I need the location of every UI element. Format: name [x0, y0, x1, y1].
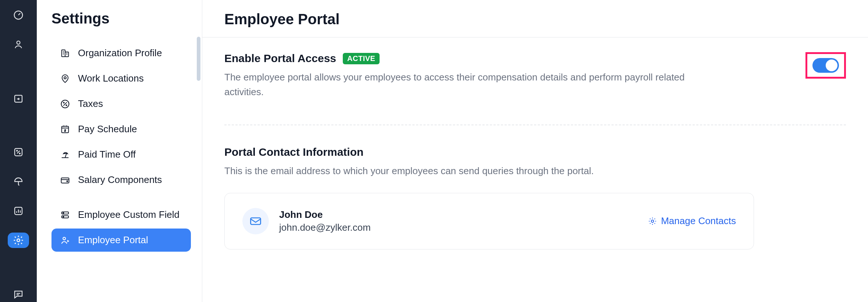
- sidebar-item-paid-time-off[interactable]: Paid Time Off: [51, 143, 191, 166]
- toggle-knob: [826, 60, 837, 71]
- contact-section-description: This is the email address to which your …: [224, 163, 846, 178]
- gauge-icon: [13, 10, 24, 21]
- rail-settings[interactable]: [8, 233, 29, 248]
- manage-contacts-link[interactable]: Manage Contacts: [648, 215, 736, 227]
- percent-box-icon: [13, 147, 24, 158]
- page-body: Enable Portal Access ACTIVE The employee…: [202, 37, 868, 302]
- percent-icon: [60, 98, 71, 109]
- calendar-arrow-icon: [13, 93, 24, 104]
- umbrella-icon: [13, 176, 24, 187]
- svg-point-19: [63, 212, 64, 213]
- mail-icon: [242, 208, 269, 234]
- rail-reports[interactable]: [8, 203, 29, 219]
- sidebar-item-label: Paid Time Off: [78, 149, 136, 160]
- status-badge: ACTIVE: [343, 53, 380, 64]
- sidebar-item-label: Taxes: [78, 98, 103, 109]
- svg-point-13: [66, 105, 67, 105]
- rail-employees[interactable]: [8, 37, 29, 52]
- gear-small-icon: [648, 216, 657, 226]
- enable-portal-toggle[interactable]: [812, 58, 839, 73]
- sidebar-item-label: Employee Custom Field: [78, 209, 179, 220]
- sidebar-item-label: Organization Profile: [78, 47, 162, 59]
- person-icon: [13, 39, 24, 50]
- wallet-icon: [60, 175, 71, 186]
- location-icon: [60, 73, 71, 84]
- enable-portal-section: Enable Portal Access ACTIVE The employee…: [224, 52, 846, 100]
- sidebar-item-label: Pay Schedule: [78, 123, 137, 135]
- enable-portal-toggle-highlight: [805, 52, 846, 79]
- sidebar-item-taxes[interactable]: Taxes: [51, 92, 191, 115]
- contact-name: John Doe: [279, 209, 371, 220]
- svg-point-10: [64, 76, 66, 79]
- svg-point-12: [63, 102, 64, 103]
- app-icon-rail: [0, 0, 37, 302]
- page-title: Employee Portal: [224, 11, 846, 28]
- sidebar-item-work-locations[interactable]: Work Locations: [51, 67, 191, 90]
- svg-point-1: [17, 41, 20, 44]
- page-header: Employee Portal: [202, 0, 868, 37]
- chart-icon: [13, 205, 24, 216]
- rail-payruns[interactable]: [8, 91, 29, 106]
- settings-list: Organization Profile Work Locations Taxe…: [51, 42, 191, 252]
- sidebar-item-label: Salary Components: [78, 174, 162, 186]
- custom-field-icon: [60, 209, 71, 220]
- gear-icon: [13, 235, 24, 246]
- sidebar-item-salary-components[interactable]: Salary Components: [51, 168, 191, 191]
- settings-title: Settings: [51, 10, 191, 27]
- svg-point-23: [651, 220, 654, 223]
- rail-chat[interactable]: [8, 287, 29, 302]
- rail-benefits[interactable]: [8, 174, 29, 189]
- svg-rect-15: [61, 178, 69, 183]
- enable-portal-description: The employee portal allows your employee…: [224, 70, 721, 100]
- sidebar-item-employee-custom-field[interactable]: Employee Custom Field: [51, 203, 191, 226]
- contact-card-left: John Doe john.doe@zylker.com: [242, 208, 371, 234]
- contact-email: john.doe@zylker.com: [279, 222, 371, 233]
- svg-point-16: [67, 181, 68, 182]
- svg-point-7: [17, 239, 20, 242]
- sidebar-scrollbar[interactable]: [197, 37, 200, 81]
- settings-sidebar: Settings Organization Profile Work Locat…: [37, 0, 202, 302]
- main-content: Employee Portal Enable Portal Access ACT…: [202, 0, 868, 302]
- svg-point-4: [17, 150, 18, 151]
- building-icon: [60, 48, 71, 59]
- sidebar-spacer: [51, 194, 191, 201]
- contact-section-heading: Portal Contact Information: [224, 146, 846, 158]
- manage-contacts-label: Manage Contacts: [661, 215, 736, 227]
- svg-point-21: [63, 237, 65, 240]
- sidebar-item-label: Work Locations: [78, 73, 144, 84]
- svg-rect-22: [251, 218, 261, 224]
- beach-icon: [60, 149, 71, 160]
- svg-point-5: [19, 153, 21, 154]
- enable-portal-heading: Enable Portal Access: [224, 52, 336, 65]
- sidebar-item-pay-schedule[interactable]: Pay Schedule: [51, 118, 191, 141]
- portal-contact-section: Portal Contact Information This is the e…: [224, 146, 846, 249]
- sidebar-item-label: Employee Portal: [78, 234, 148, 246]
- rail-taxes[interactable]: [8, 145, 29, 160]
- svg-rect-8: [62, 50, 65, 57]
- sidebar-item-organization-profile[interactable]: Organization Profile: [51, 42, 191, 65]
- person-portal-icon: [60, 235, 71, 246]
- rail-dashboard[interactable]: [8, 7, 29, 23]
- chat-icon: [13, 289, 24, 300]
- contact-card: John Doe john.doe@zylker.com Manage Cont…: [224, 193, 754, 249]
- section-divider: [224, 125, 846, 125]
- sidebar-item-employee-portal[interactable]: Employee Portal: [51, 229, 191, 252]
- svg-point-20: [63, 216, 64, 217]
- calendar-dollar-icon: [60, 124, 71, 135]
